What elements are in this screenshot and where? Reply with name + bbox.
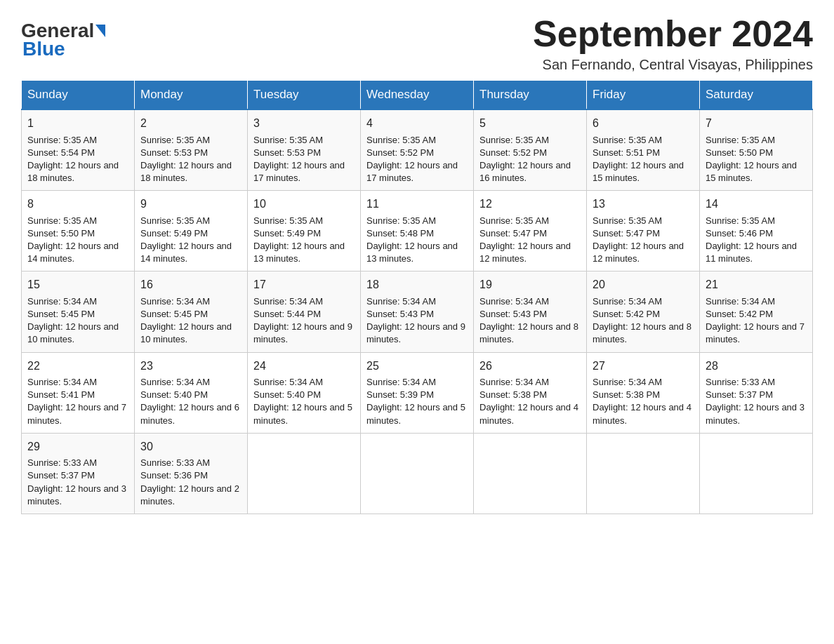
day-number: 19 [479, 277, 581, 293]
location-subtitle: San Fernando, Central Visayas, Philippin… [533, 57, 813, 73]
day-sun-info: Sunrise: 5:33 AMSunset: 5:36 PMDaylight:… [140, 457, 241, 508]
calendar-table: SundayMondayTuesdayWednesdayThursdayFrid… [21, 80, 813, 514]
day-number: 14 [706, 196, 807, 212]
day-sun-info: Sunrise: 5:34 AMSunset: 5:45 PMDaylight:… [27, 295, 128, 347]
calendar-cell: 17Sunrise: 5:34 AMSunset: 5:44 PMDayligh… [248, 271, 361, 352]
day-sun-info: Sunrise: 5:35 AMSunset: 5:46 PMDaylight:… [706, 215, 807, 266]
calendar-cell: 14Sunrise: 5:35 AMSunset: 5:46 PMDayligh… [700, 191, 813, 271]
day-sun-info: Sunrise: 5:34 AMSunset: 5:38 PMDaylight:… [593, 376, 694, 427]
logo-arrow-icon [95, 25, 105, 37]
calendar-cell: 18Sunrise: 5:34 AMSunset: 5:43 PMDayligh… [361, 271, 474, 352]
day-sun-info: Sunrise: 5:35 AMSunset: 5:49 PMDaylight:… [253, 215, 355, 266]
day-number: 29 [27, 439, 128, 455]
day-number: 24 [253, 358, 355, 374]
calendar-cell: 4Sunrise: 5:35 AMSunset: 5:52 PMDaylight… [361, 109, 474, 191]
calendar-cell: 9Sunrise: 5:35 AMSunset: 5:49 PMDaylight… [135, 191, 248, 271]
day-sun-info: Sunrise: 5:34 AMSunset: 5:40 PMDaylight:… [140, 376, 241, 427]
calendar-cell: 30Sunrise: 5:33 AMSunset: 5:36 PMDayligh… [135, 433, 248, 514]
day-sun-info: Sunrise: 5:35 AMSunset: 5:52 PMDaylight:… [479, 134, 581, 185]
calendar-week-row: 29Sunrise: 5:33 AMSunset: 5:37 PMDayligh… [22, 433, 813, 514]
day-number: 27 [593, 358, 694, 374]
day-number: 23 [140, 358, 241, 374]
calendar-cell: 13Sunrise: 5:35 AMSunset: 5:47 PMDayligh… [587, 191, 700, 271]
calendar-cell: 2Sunrise: 5:35 AMSunset: 5:53 PMDaylight… [135, 109, 248, 191]
calendar-header-row: SundayMondayTuesdayWednesdayThursdayFrid… [22, 81, 813, 110]
day-number: 2 [140, 116, 241, 131]
day-number: 28 [706, 358, 807, 374]
day-sun-info: Sunrise: 5:35 AMSunset: 5:50 PMDaylight:… [27, 215, 128, 266]
logo-blue: Blue [22, 38, 65, 60]
month-title: September 2024 [533, 14, 813, 54]
calendar-week-row: 1Sunrise: 5:35 AMSunset: 5:54 PMDaylight… [22, 109, 813, 191]
day-header-wednesday: Wednesday [361, 81, 474, 110]
day-number: 5 [479, 116, 581, 131]
day-number: 10 [253, 196, 355, 212]
day-sun-info: Sunrise: 5:33 AMSunset: 5:37 PMDaylight:… [27, 457, 128, 508]
day-number: 8 [27, 196, 128, 212]
day-header-thursday: Thursday [474, 81, 587, 110]
day-sun-info: Sunrise: 5:34 AMSunset: 5:38 PMDaylight:… [479, 376, 581, 427]
calendar-cell: 6Sunrise: 5:35 AMSunset: 5:51 PMDaylight… [587, 109, 700, 191]
calendar-cell: 10Sunrise: 5:35 AMSunset: 5:49 PMDayligh… [248, 191, 361, 271]
day-number: 16 [140, 277, 241, 293]
calendar-cell: 1Sunrise: 5:35 AMSunset: 5:54 PMDaylight… [22, 109, 135, 191]
day-number: 6 [593, 116, 694, 131]
calendar-cell: 19Sunrise: 5:34 AMSunset: 5:43 PMDayligh… [474, 271, 587, 352]
calendar-cell [248, 433, 361, 514]
day-number: 4 [366, 116, 468, 131]
day-number: 9 [140, 196, 241, 212]
day-number: 13 [593, 196, 694, 212]
day-sun-info: Sunrise: 5:35 AMSunset: 5:50 PMDaylight:… [706, 134, 807, 185]
day-number: 25 [366, 358, 468, 374]
calendar-cell: 12Sunrise: 5:35 AMSunset: 5:47 PMDayligh… [474, 191, 587, 271]
calendar-cell: 8Sunrise: 5:35 AMSunset: 5:50 PMDaylight… [22, 191, 135, 271]
day-number: 26 [479, 358, 581, 374]
title-area: September 2024 San Fernando, Central Vis… [533, 14, 813, 73]
calendar-cell [474, 433, 587, 514]
day-number: 12 [479, 196, 581, 212]
calendar-cell: 16Sunrise: 5:34 AMSunset: 5:45 PMDayligh… [135, 271, 248, 352]
day-sun-info: Sunrise: 5:35 AMSunset: 5:52 PMDaylight:… [366, 134, 468, 185]
day-sun-info: Sunrise: 5:33 AMSunset: 5:37 PMDaylight:… [706, 376, 807, 427]
calendar-week-row: 15Sunrise: 5:34 AMSunset: 5:45 PMDayligh… [22, 271, 813, 352]
day-sun-info: Sunrise: 5:34 AMSunset: 5:44 PMDaylight:… [253, 295, 355, 347]
header: General Blue September 2024 San Fernando… [21, 14, 813, 73]
day-number: 30 [140, 439, 241, 455]
calendar-cell: 7Sunrise: 5:35 AMSunset: 5:50 PMDaylight… [700, 109, 813, 191]
day-number: 21 [706, 277, 807, 293]
calendar-cell: 26Sunrise: 5:34 AMSunset: 5:38 PMDayligh… [474, 352, 587, 433]
day-sun-info: Sunrise: 5:35 AMSunset: 5:53 PMDaylight:… [253, 134, 355, 185]
calendar-cell: 21Sunrise: 5:34 AMSunset: 5:42 PMDayligh… [700, 271, 813, 352]
day-number: 18 [366, 277, 468, 293]
calendar-cell: 28Sunrise: 5:33 AMSunset: 5:37 PMDayligh… [700, 352, 813, 433]
day-sun-info: Sunrise: 5:34 AMSunset: 5:42 PMDaylight:… [593, 295, 694, 347]
day-header-monday: Monday [135, 81, 248, 110]
calendar-cell: 11Sunrise: 5:35 AMSunset: 5:48 PMDayligh… [361, 191, 474, 271]
day-sun-info: Sunrise: 5:34 AMSunset: 5:41 PMDaylight:… [27, 376, 128, 427]
day-number: 17 [253, 277, 355, 293]
day-sun-info: Sunrise: 5:34 AMSunset: 5:42 PMDaylight:… [706, 295, 807, 347]
day-header-friday: Friday [587, 81, 700, 110]
calendar-cell: 3Sunrise: 5:35 AMSunset: 5:53 PMDaylight… [248, 109, 361, 191]
day-number: 3 [253, 116, 355, 131]
calendar-cell: 20Sunrise: 5:34 AMSunset: 5:42 PMDayligh… [587, 271, 700, 352]
calendar-cell: 22Sunrise: 5:34 AMSunset: 5:41 PMDayligh… [22, 352, 135, 433]
calendar-cell: 24Sunrise: 5:34 AMSunset: 5:40 PMDayligh… [248, 352, 361, 433]
day-sun-info: Sunrise: 5:35 AMSunset: 5:48 PMDaylight:… [366, 215, 468, 266]
day-number: 1 [27, 116, 128, 131]
day-sun-info: Sunrise: 5:35 AMSunset: 5:47 PMDaylight:… [479, 215, 581, 266]
calendar-cell: 5Sunrise: 5:35 AMSunset: 5:52 PMDaylight… [474, 109, 587, 191]
calendar-cell: 25Sunrise: 5:34 AMSunset: 5:39 PMDayligh… [361, 352, 474, 433]
day-number: 20 [593, 277, 694, 293]
day-sun-info: Sunrise: 5:35 AMSunset: 5:49 PMDaylight:… [140, 215, 241, 266]
day-sun-info: Sunrise: 5:34 AMSunset: 5:43 PMDaylight:… [479, 295, 581, 347]
calendar-cell [700, 433, 813, 514]
day-sun-info: Sunrise: 5:35 AMSunset: 5:51 PMDaylight:… [593, 134, 694, 185]
day-sun-info: Sunrise: 5:34 AMSunset: 5:40 PMDaylight:… [253, 376, 355, 427]
day-number: 15 [27, 277, 128, 293]
day-sun-info: Sunrise: 5:34 AMSunset: 5:43 PMDaylight:… [366, 295, 468, 347]
day-header-saturday: Saturday [700, 81, 813, 110]
calendar-week-row: 22Sunrise: 5:34 AMSunset: 5:41 PMDayligh… [22, 352, 813, 433]
calendar-cell: 29Sunrise: 5:33 AMSunset: 5:37 PMDayligh… [22, 433, 135, 514]
day-sun-info: Sunrise: 5:35 AMSunset: 5:53 PMDaylight:… [140, 134, 241, 185]
